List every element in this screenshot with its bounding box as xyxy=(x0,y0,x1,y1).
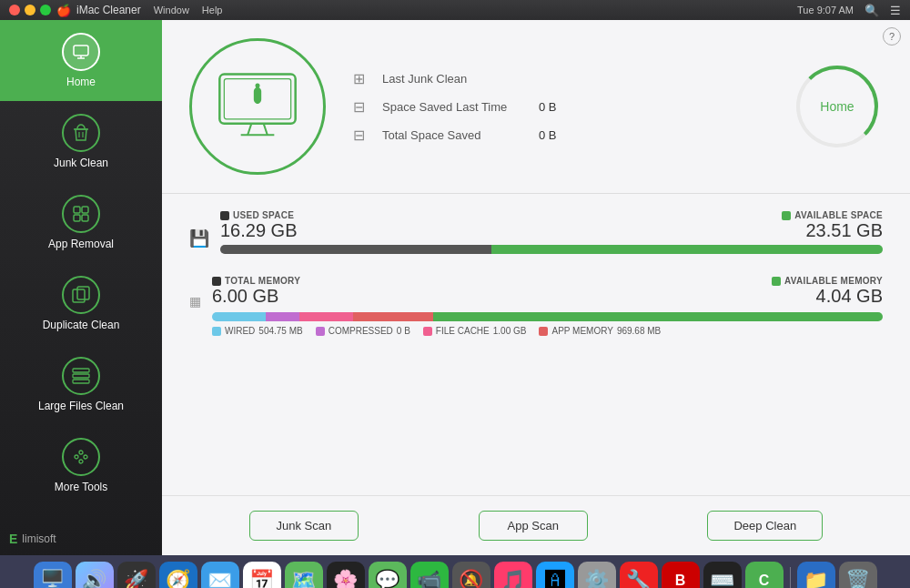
dock: 🖥️ 🔊 🚀 🧭 ✉️ 📅 🗺️ 🌸 💬 📹 🔕 🎵 🅰 ⚙️ 🔧 B ⌨️ C… xyxy=(0,555,910,588)
svg-rect-10 xyxy=(73,289,85,302)
home-icon-container xyxy=(62,33,100,71)
filecache-dot xyxy=(423,327,432,336)
dock-folder[interactable]: 📁 xyxy=(797,562,835,588)
dock-facetime[interactable]: 📹 xyxy=(410,562,449,588)
svg-rect-9 xyxy=(82,215,88,221)
compressed-dot xyxy=(316,327,325,336)
svg-point-18 xyxy=(79,460,83,463)
filecache-value: 1.00 GB xyxy=(493,326,527,336)
memory-labels: TOTAL MEMORY 6.00 GB AVAILABLE MEMORY 4.… xyxy=(212,276,883,307)
svg-line-22 xyxy=(264,124,268,136)
dock-calendar[interactable]: 📅 xyxy=(243,562,281,588)
deep-clean-button[interactable]: Deep Clean xyxy=(707,511,823,541)
app-window: Home Junk Clean xyxy=(0,20,910,555)
sidebar-item-app-removal[interactable]: App Removal xyxy=(0,182,162,263)
legend-filecache: FILE CACHE 1.00 GB xyxy=(423,326,527,336)
appmemory-label: APP MEMORY xyxy=(551,326,612,336)
sidebar-item-more-tools[interactable]: More Tools xyxy=(0,425,162,506)
total-memory-value: 6.00 GB xyxy=(212,286,300,307)
memory-bar-wired xyxy=(212,312,266,321)
logo-e: E xyxy=(9,532,17,546)
dock-do-not-disturb[interactable]: 🔕 xyxy=(452,562,490,588)
compressed-value: 0 B xyxy=(397,326,410,336)
help-button[interactable]: ? xyxy=(883,27,901,46)
svg-point-16 xyxy=(79,451,83,454)
junk-stat-icon: ⊞ xyxy=(353,70,371,87)
sidebar-item-junk-label: Junk Clean xyxy=(54,157,108,169)
dock-magnet[interactable]: 🔧 xyxy=(620,562,658,588)
dock-trash[interactable]: 🗑️ xyxy=(839,562,877,588)
filecache-label: FILE CACHE xyxy=(436,326,490,336)
dock-siri[interactable]: 🔊 xyxy=(76,562,114,588)
total-mem-dot xyxy=(212,277,221,286)
dock-bbEdit[interactable]: B xyxy=(662,562,700,588)
large-files-icon-container xyxy=(62,357,100,395)
sidebar-logo: E limisoft xyxy=(0,522,162,555)
junk-scan-button[interactable]: Junk Scan xyxy=(249,511,359,541)
dock-terminal[interactable]: ⌨️ xyxy=(703,562,742,588)
sidebar-item-home-label: Home xyxy=(66,76,96,88)
monitor-svg xyxy=(212,70,303,143)
space-saved-last-value: 0 B xyxy=(539,100,557,114)
used-dot xyxy=(220,211,229,220)
minimize-button[interactable] xyxy=(25,5,35,15)
junk-clean-icon xyxy=(71,123,91,143)
home-circle-label: Home xyxy=(820,99,854,114)
memory-bar xyxy=(212,312,883,321)
appmemory-value: 969.68 MB xyxy=(617,326,661,336)
dock-app-store[interactable]: 🅰 xyxy=(536,562,574,588)
svg-rect-7 xyxy=(82,207,88,213)
duplicate-clean-icon-container xyxy=(62,276,100,314)
titlebar-time: Tue 9:07 AM xyxy=(797,5,854,15)
sidebar-item-more-tools-label: More Tools xyxy=(55,481,107,493)
svg-rect-12 xyxy=(73,369,89,372)
available-space-label: AVAILABLE SPACE xyxy=(794,210,883,220)
dock-imac-cleaner[interactable]: C xyxy=(745,562,784,588)
memory-bar-appmemory xyxy=(353,312,433,321)
available-memory-value: 4.04 GB xyxy=(772,286,883,307)
dock-photos[interactable]: 🌸 xyxy=(327,562,365,588)
avail-mem-dot xyxy=(772,277,781,286)
apple-icon: 🍎 xyxy=(56,4,71,17)
stat-row-total: ⊟ Total Space Saved 0 B xyxy=(353,127,764,144)
dock-divider xyxy=(790,567,791,588)
total-memory-container: TOTAL MEMORY 6.00 GB xyxy=(212,276,300,307)
storage-labels: USED SPACE 16.29 GB AVAILABLE SPACE 23.5… xyxy=(220,210,883,241)
available-memory-tag: AVAILABLE MEMORY xyxy=(772,276,883,286)
dock-music[interactable]: 🎵 xyxy=(494,562,532,588)
dock-mail[interactable]: ✉️ xyxy=(201,562,239,588)
stat-row-junk: ⊞ Last Junk Clean xyxy=(353,70,764,87)
total-memory-label: TOTAL MEMORY xyxy=(225,276,300,286)
main-content: ? xyxy=(162,20,910,555)
memory-section: ▦ TOTAL MEMORY 6.00 GB xyxy=(162,276,910,361)
dock-safari[interactable]: 🧭 xyxy=(159,562,197,588)
action-buttons: Junk Scan App Scan Deep Clean xyxy=(162,495,910,555)
sidebar-item-large-files[interactable]: Large Files Clean xyxy=(0,344,162,425)
search-icon[interactable]: 🔍 xyxy=(864,4,879,17)
help-menu[interactable]: Help xyxy=(202,5,223,15)
app-scan-button[interactable]: App Scan xyxy=(479,511,588,541)
dock-messages[interactable]: 💬 xyxy=(369,562,407,588)
close-button[interactable] xyxy=(9,5,20,15)
sidebar-item-large-files-label: Large Files Clean xyxy=(38,400,124,412)
window-menu[interactable]: Window xyxy=(154,5,189,15)
sidebar-item-home[interactable]: Home xyxy=(0,20,162,101)
sidebar-item-junk-clean[interactable]: Junk Clean xyxy=(0,101,162,182)
maximize-button[interactable] xyxy=(40,5,51,15)
dock-system-prefs[interactable]: ⚙️ xyxy=(578,562,616,588)
dock-launchpad[interactable]: 🚀 xyxy=(117,562,156,588)
app-removal-icon xyxy=(71,204,91,224)
legend-compressed: COMPRESSED 0 B xyxy=(316,326,410,336)
duplicate-clean-icon xyxy=(71,285,91,305)
dock-finder[interactable]: 🖥️ xyxy=(34,562,72,588)
memory-icon: ▦ xyxy=(189,294,201,309)
home-circle-container: Home xyxy=(792,66,883,147)
menu-icon[interactable]: ☰ xyxy=(890,4,901,17)
storage-bar-available xyxy=(491,245,883,254)
available-memory-container: AVAILABLE MEMORY 4.04 GB xyxy=(772,276,883,307)
sidebar-item-duplicate-clean[interactable]: Duplicate Clean xyxy=(0,263,162,344)
storage-bar-used xyxy=(220,245,491,254)
sidebar: Home Junk Clean xyxy=(0,20,162,555)
used-space-label: USED SPACE xyxy=(233,210,294,220)
dock-maps[interactable]: 🗺️ xyxy=(285,562,323,588)
